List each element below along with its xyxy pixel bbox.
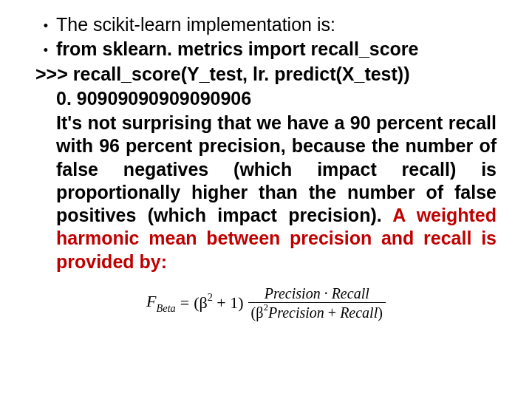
slide: • The scikit-learn implementation is: • … [0, 0, 532, 399]
fbeta-formula: FBeta = (β2 + 1) Precision · Recall (β2P… [146, 285, 386, 321]
formula-factor-close: + 1) [213, 293, 244, 312]
formula-numerator: Precision · Recall [262, 285, 372, 301]
formula-num-a: Precision [265, 285, 321, 301]
bullet-item-1: • The scikit-learn implementation is: [35, 13, 497, 36]
bullet-dot-icon: • [35, 38, 56, 59]
explanation-paragraph: It's not surprising that we have a 90 pe… [35, 112, 497, 273]
code-line-call: >>> recall_score(Y_test, lr. predict(X_t… [35, 63, 497, 86]
formula-lhs: FBeta [146, 292, 176, 313]
formula-lhs-sub: Beta [157, 302, 176, 314]
formula-factor: (β2 + 1) [194, 293, 243, 313]
formula-block: FBeta = (β2 + 1) Precision · Recall (β2P… [35, 285, 497, 321]
formula-eq: = [180, 293, 189, 313]
formula-den-exp: 2 [263, 301, 268, 313]
formula-num-b: Recall [332, 285, 369, 301]
bullet-dot-icon: • [35, 13, 56, 35]
bullet-text-2: from sklearn. metrics import recall_scor… [56, 38, 497, 61]
formula-plus: + [324, 304, 340, 320]
formula-bar [248, 302, 386, 303]
formula-lhs-var: F [146, 292, 156, 310]
formula-den-a: Precision [268, 304, 324, 320]
formula-fraction: Precision · Recall (β2Precision + Recall… [248, 285, 386, 321]
formula-dot: · [321, 285, 332, 301]
bullet-text-1: The scikit-learn implementation is: [56, 13, 497, 36]
formula-denominator: (β2Precision + Recall) [248, 304, 386, 321]
bullet-item-2: • from sklearn. metrics import recall_sc… [35, 38, 497, 61]
formula-den-b: Recall [340, 304, 378, 320]
formula-factor-exp: 2 [208, 291, 213, 303]
formula-factor-open: (β [194, 293, 208, 312]
code-line-output: 0. 90909090909090906 [35, 87, 497, 110]
formula-den-close: ) [378, 304, 383, 320]
formula-den-open: (β [251, 304, 264, 320]
